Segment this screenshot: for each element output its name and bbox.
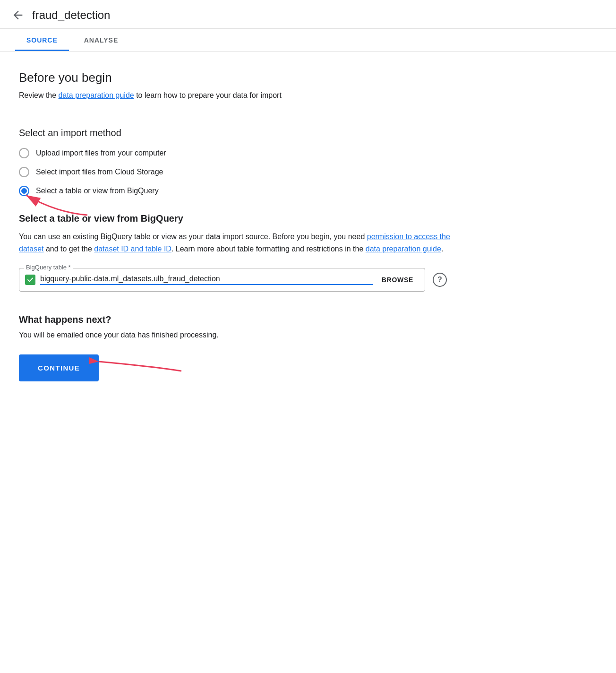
dataset-id-link[interactable]: dataset ID and table ID xyxy=(94,245,171,253)
radio-cloud-circle xyxy=(19,167,29,177)
checkmark-icon xyxy=(27,276,34,283)
tab-analyse[interactable]: ANALYSE xyxy=(73,29,129,51)
continue-wrapper: CONTINUE xyxy=(19,354,99,381)
continue-button[interactable]: CONTINUE xyxy=(19,354,99,381)
top-bar: fraud_detection xyxy=(0,0,616,29)
what-next-text: You will be emailed once your data has f… xyxy=(19,331,453,339)
what-next-heading: What happens next? xyxy=(19,314,453,325)
radio-upload-label: Upload import files from your computer xyxy=(36,149,166,157)
main-content: Before you begin Review the data prepara… xyxy=(0,52,472,410)
radio-upload-circle xyxy=(19,148,29,158)
import-method-radio-group: Upload import files from your computer S… xyxy=(19,148,453,196)
help-icon[interactable]: ? xyxy=(433,273,447,287)
before-begin-heading: Before you begin xyxy=(19,70,453,85)
bigquery-section: Select a table or view from BigQuery You… xyxy=(19,213,453,292)
continue-arrow-annotation xyxy=(89,340,184,378)
browse-button[interactable]: BROWSE xyxy=(378,274,417,285)
bigquery-checkbox xyxy=(25,275,35,285)
radio-cloud[interactable]: Select import files from Cloud Storage xyxy=(19,167,453,177)
data-prep-guide-link-bottom[interactable]: data preparation guide xyxy=(366,245,441,253)
radio-upload[interactable]: Upload import files from your computer xyxy=(19,148,453,158)
radio-cloud-label: Select import files from Cloud Storage xyxy=(36,168,163,176)
radio-bigquery-label: Select a table or view from BigQuery xyxy=(36,187,159,195)
radio-bigquery-wrapper: Select a table or view from BigQuery xyxy=(19,186,453,196)
import-method-heading: Select an import method xyxy=(19,128,453,138)
what-next-section: What happens next? You will be emailed o… xyxy=(19,314,453,381)
bigquery-input-container: BigQuery table * bigquery-public-data.ml… xyxy=(19,268,425,292)
page-title: fraud_detection xyxy=(32,9,110,22)
radio-bigquery[interactable]: Select a table or view from BigQuery xyxy=(19,186,453,196)
back-button[interactable] xyxy=(11,9,25,22)
bigquery-field-wrapper: BigQuery table * bigquery-public-data.ml… xyxy=(19,268,453,292)
before-begin-text: Review the data preparation guide to lea… xyxy=(19,90,453,101)
data-prep-guide-link-top[interactable]: data preparation guide xyxy=(59,91,134,99)
bigquery-field-label: BigQuery table * xyxy=(24,264,73,271)
bigquery-description: You can use an existing BigQuery table o… xyxy=(19,231,453,255)
tabs-bar: SOURCE ANALYSE xyxy=(0,29,616,52)
radio-bigquery-circle xyxy=(19,186,29,196)
bigquery-table-value: bigquery-public-data.ml_datasets.ulb_fra… xyxy=(40,275,373,285)
bigquery-section-heading: Select a table or view from BigQuery xyxy=(19,213,453,224)
tab-source[interactable]: SOURCE xyxy=(15,29,69,51)
